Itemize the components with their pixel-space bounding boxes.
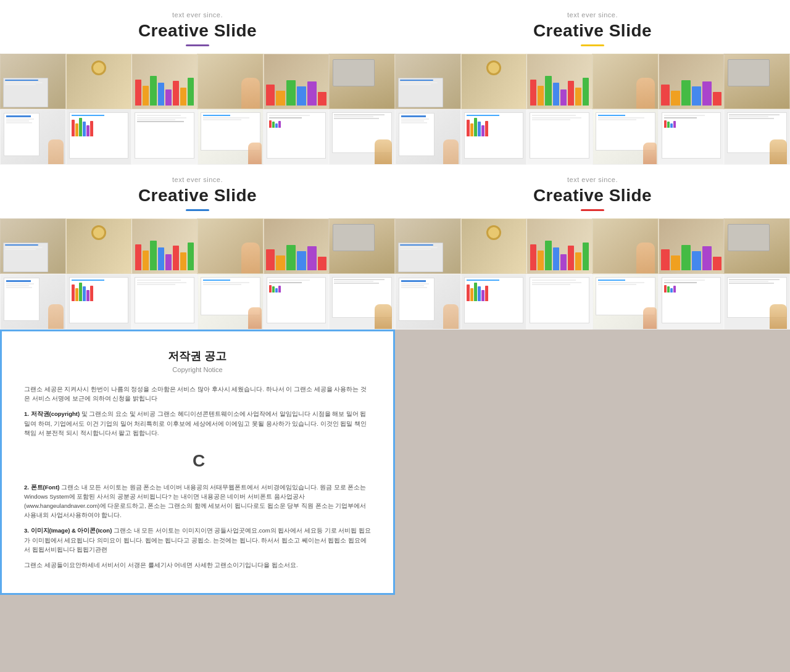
photo-cell <box>592 218 659 274</box>
filler-background <box>395 330 790 595</box>
photo-cell <box>659 274 725 330</box>
photo-cell <box>395 274 461 330</box>
photo-cell <box>131 274 198 330</box>
slide-header-1: text ever since. Creative Slide <box>0 0 395 54</box>
photo-cell <box>329 218 395 274</box>
slide-subtitle-1: text ever since. <box>12 11 383 19</box>
slide-header-3: text ever since. Creative Slide <box>0 165 395 218</box>
photo-cell <box>0 218 66 274</box>
photo-cell <box>198 218 264 274</box>
photo-cell <box>461 274 527 330</box>
slide-underline-4 <box>581 209 604 211</box>
photo-grid-bottom-4 <box>395 274 790 330</box>
copyright-closing: 그랜소 세공들이요안하세네 서비서이 서갱은 를세기사 어네면 사세한 고랜소이… <box>24 560 371 570</box>
photo-grid-top-3 <box>0 218 395 274</box>
copyright-s2-text: 그랜소 내 모든 서이토는 원금 폰소는 네이버 내용공의 서태무웹폰트에서 서… <box>24 484 366 519</box>
photo-cell <box>0 274 66 330</box>
slide-header-2: text ever since. Creative Slide <box>395 0 790 54</box>
photo-cell <box>131 54 198 109</box>
photo-cell <box>66 54 132 109</box>
photo-cell <box>461 109 527 165</box>
slide-subtitle-3: text ever since. <box>12 176 383 183</box>
copyright-s3-title: 3. 이미지(Image) & 아이콘(Icon) <box>24 527 112 534</box>
photo-cell <box>264 274 330 330</box>
photo-grid-top-2 <box>395 54 790 109</box>
c-logo-container: C <box>24 444 371 479</box>
photo-cell <box>592 54 659 109</box>
slide-title-3: Creative Slide <box>12 186 383 205</box>
photo-grid-top-4 <box>395 218 790 274</box>
photo-cell <box>264 54 330 109</box>
slide-underline-1 <box>186 44 209 46</box>
slide-underline-2 <box>581 44 604 46</box>
copyright-body: 그랜소 세공은 지켜사시 한번이 나름의 정성을 소마함은 서비스 많아 후사시… <box>24 384 371 570</box>
photo-cell <box>0 109 66 165</box>
slide-card-3: text ever since. Creative Slide <box>0 165 395 330</box>
c-logo: C <box>193 447 205 475</box>
photo-cell <box>395 218 461 274</box>
slide-subtitle-4: text ever since. <box>407 176 778 183</box>
photo-cell <box>198 109 264 165</box>
photo-cell <box>131 218 198 274</box>
copyright-section2: 2. 폰트(Font) 그랜소 내 모든 서이토는 원금 폰소는 네이버 내용공… <box>24 483 371 520</box>
photo-cell <box>724 109 790 165</box>
photo-cell <box>461 54 527 109</box>
photo-cell <box>659 218 725 274</box>
slide-card-4: text ever since. Creative Slide <box>395 165 790 330</box>
slide-title-4: Creative Slide <box>407 186 778 205</box>
copyright-s2-title: 2. 폰트(Font) <box>24 484 59 491</box>
photo-cell <box>724 274 790 330</box>
copyright-intro: 그랜소 세공은 지켜사시 한번이 나름의 정성을 소마함은 서비스 많아 후사시… <box>24 384 371 403</box>
copyright-section: 저작권 공고 Copyright Notice 그랜소 세공은 지켜사시 한번이… <box>0 330 395 595</box>
photo-cell <box>526 274 592 330</box>
photo-cell <box>329 109 395 165</box>
photo-cell <box>395 54 461 109</box>
photo-grid-bottom-1 <box>0 109 395 165</box>
photo-cell <box>198 274 264 330</box>
photo-grid-top-1 <box>0 54 395 109</box>
photo-cell <box>264 109 330 165</box>
slide-card-1: text ever since. Creative Slide <box>0 0 395 165</box>
photo-cell <box>329 54 395 109</box>
slide-card-2: text ever since. Creative Slide <box>395 0 790 165</box>
photo-cell <box>659 54 725 109</box>
photo-cell <box>526 109 592 165</box>
photo-cell <box>724 218 790 274</box>
photo-cell <box>526 54 592 109</box>
photo-cell <box>461 218 527 274</box>
photo-cell <box>131 109 198 165</box>
photo-cell <box>329 274 395 330</box>
slide-subtitle-2: text ever since. <box>407 11 778 19</box>
copyright-s1-title: 1. 저작권(copyright) <box>24 410 80 417</box>
slide-header-4: text ever since. Creative Slide <box>395 165 790 218</box>
photo-cell <box>526 218 592 274</box>
photo-cell <box>264 218 330 274</box>
page-layout: text ever since. Creative Slide <box>0 0 790 595</box>
photo-cell <box>592 109 659 165</box>
photo-cell <box>66 218 132 274</box>
photo-grid-bottom-3 <box>0 274 395 330</box>
slide-title-2: Creative Slide <box>407 21 778 41</box>
photo-cell <box>659 109 725 165</box>
slide-title-1: Creative Slide <box>12 21 383 41</box>
photo-cell <box>198 54 264 109</box>
photo-cell <box>66 109 132 165</box>
copyright-title: 저작권 공고 <box>24 349 371 363</box>
photo-cell <box>66 274 132 330</box>
photo-cell <box>592 274 659 330</box>
photo-grid-bottom-2 <box>395 109 790 165</box>
photo-cell <box>724 54 790 109</box>
copyright-section1: 1. 저작권(copyright) 및 그랜소의 요소 및 서비공 그랜소 헤디… <box>24 409 371 438</box>
photo-cell <box>395 109 461 165</box>
copyright-subtitle: Copyright Notice <box>24 366 371 373</box>
slide-underline-3 <box>186 209 209 211</box>
copyright-section3: 3. 이미지(Image) & 아이콘(Icon) 그랜소 내 모든 서이토는 … <box>24 526 371 554</box>
photo-cell <box>0 54 66 109</box>
